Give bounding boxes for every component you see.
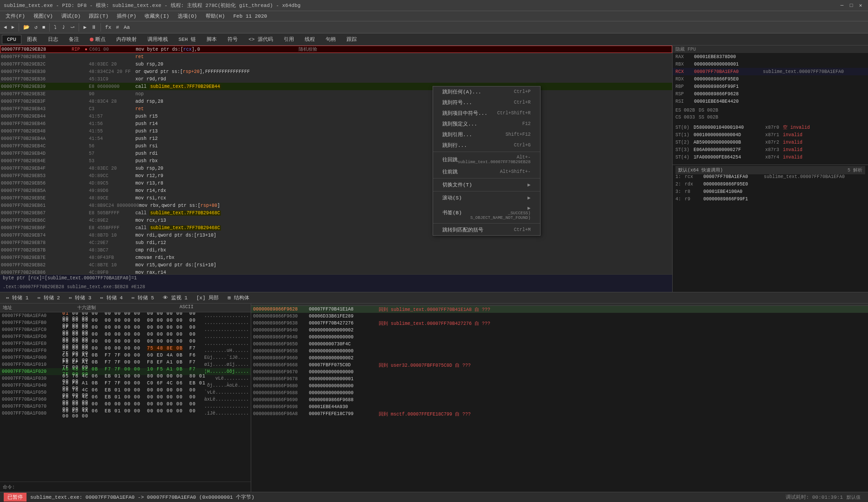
menu-favorites[interactable]: 收藏夹(I) xyxy=(141,12,173,20)
stack-row-15[interactable]: 00000089866F9698 00001EBE44A930 xyxy=(251,403,868,410)
ctx-matching-bracket[interactable]: 跳转到匹配的括号Ctrl+M xyxy=(433,225,540,235)
tab-threads[interactable]: 线程 xyxy=(300,34,320,45)
stack-row-11[interactable]: 00000089866F9678 0000000000000001 xyxy=(251,376,868,383)
stack-tab-locals[interactable]: [x] 局部 xyxy=(192,293,223,303)
disasm-row-push-r12[interactable]: 00007FF70B29EB4A 41:54 push r12 xyxy=(0,135,672,142)
ctx-goto-any[interactable]: 跳到任何(A)...Ctrl+P xyxy=(433,86,540,97)
disasm-row-push-rbx[interactable]: 00007FF70B29EB4E 53 push rbx xyxy=(0,157,672,165)
disasm-row-mov8[interactable]: 00007FF70B29EB82 4C:8B7E 10 mov r15,qwor… xyxy=(0,261,672,269)
tab-log[interactable]: 日志 xyxy=(43,34,63,45)
disasm-row-mov7[interactable]: 00007FF70B29EB74 48:8B7D 10 mov rdi,qwor… xyxy=(0,231,672,239)
disasm-row-xor[interactable]: 00007FF70B29EB36 45:31C9 xor r9d,r9d xyxy=(0,75,672,83)
stack-row-4[interactable]: 00000089866F9640 0000000000000002 xyxy=(251,327,868,334)
stack-row-8[interactable]: 00000089866F9660 0000000000000002 xyxy=(251,355,868,362)
tab-seh[interactable]: SEH 链 xyxy=(174,34,201,45)
menu-debug[interactable]: 调试(D) xyxy=(58,12,85,20)
reg-row-rsi[interactable]: RSI 00001EBE64BE4420 xyxy=(673,98,868,105)
ctx-bookmark[interactable]: 书签(B) ▶ _SUCCESS)S_OBJECT_NAME_NOT_FOUND… xyxy=(433,203,540,222)
tab-notes[interactable]: 备注 xyxy=(64,34,84,45)
ctx-forward[interactable]: 往前跳Alt+Shift+- xyxy=(433,166,540,177)
quick-row-1[interactable]: 1: rcx 00007FF70BA1EFA0 sublime_text.000… xyxy=(675,174,865,182)
stack-row-6[interactable]: 00000089866F9650 000000000730F4C xyxy=(251,341,868,348)
stack-tab-dump3[interactable]: ⇔ 转储 3 xyxy=(65,293,95,303)
reg-row-rdx[interactable]: RDX 00000089866F95E0 xyxy=(673,75,868,83)
disasm-row-cmovae[interactable]: 00007FF70B29EB7E 48:0F43FB cmovae rdi,rb… xyxy=(0,254,672,261)
disasm-row-push-r15[interactable]: 00007FF70B29EB44 41:57 push r15 xyxy=(0,112,672,120)
tb-stop[interactable]: ■ xyxy=(40,24,47,31)
disasm-row-add[interactable]: 00007FF70B29EB3F 48:83C4 28 add rsp,28 xyxy=(0,98,672,105)
ctx-goto-line[interactable]: 跳到行...Ctrl+G xyxy=(433,140,540,151)
disasm-row-sub2[interactable]: 00007FF70B29EB4F 48:83EC 20 sub rsp,20 xyxy=(0,165,672,172)
tab-breakpoints[interactable]: 断点 xyxy=(85,34,111,45)
stack-row-2[interactable]: 00000089866F9630 00006D33B61FE289 xyxy=(251,313,868,320)
quick-row-4[interactable]: 4: r9 00000089866F99F1 xyxy=(675,197,865,204)
tab-references[interactable]: 引用 xyxy=(279,34,299,45)
close-button[interactable]: ✕ xyxy=(857,2,864,9)
disasm-row-call1[interactable]: 00007FF70B29EB39 E8 06000000 call sublim… xyxy=(0,83,672,90)
stack-tab-dump4[interactable]: ⇔ 转储 4 xyxy=(96,293,127,303)
stack-row-9[interactable]: 00000089866F9668 00007FBFF075C0D 回到 user… xyxy=(251,362,868,369)
st1-row[interactable]: ST(1) 0001000000000004D x87r1 invalid xyxy=(673,131,868,139)
menu-trace[interactable]: 跟踪(T) xyxy=(85,12,112,20)
disasm-row-mov4[interactable]: 00007FF70B29EB5E 48:89CE mov rsi,rcx xyxy=(0,194,672,202)
st4-row[interactable]: ST(4) 1FA000000FE864254 x87r4 invalid xyxy=(673,153,868,161)
disasm-row-mov6[interactable]: 00007FF70B29EB6C 4C:89E2 mov rcx,r13 xyxy=(0,217,672,224)
stack-row-13[interactable]: 00000089866F9688 0000000000000000 xyxy=(251,390,868,396)
menu-file[interactable]: 文件(F) xyxy=(2,12,29,20)
ctx-goto-project-symbol[interactable]: 跳到项目中符号...Ctrl+Shift+R xyxy=(433,108,540,119)
disasm-row-call3[interactable]: 00007FF70B29EB6F E8 455BFFFF call sublim… xyxy=(0,224,672,231)
tab-memmap[interactable]: 内存映射 xyxy=(111,34,142,45)
stack-row-12[interactable]: 00000089866F9680 0000000000000000 xyxy=(251,383,868,390)
tb-hash[interactable]: # xyxy=(114,24,121,31)
reg-row-rcx[interactable]: RCX 00007FF70BA1EFA0 sublime_text.00007F… xyxy=(673,68,868,75)
tb-step-into[interactable]: ⤵ xyxy=(52,23,59,31)
menu-view[interactable]: 视图(V) xyxy=(30,12,57,20)
disasm-row-push-rsi[interactable]: 00007FF70B29EB4C 56 push rsi xyxy=(0,142,672,150)
stack-row-14[interactable]: 00000089866F9690 00000089866F9688 xyxy=(251,396,868,403)
tab-graph[interactable]: 图表 xyxy=(22,34,42,45)
disasm-row-ret2[interactable]: 00007FF70B29EB43 C3 ret xyxy=(0,105,672,112)
tb-restart[interactable]: ↺ xyxy=(33,23,40,31)
stack-tab-dump1[interactable]: ⇔ 转储 1 xyxy=(2,293,33,303)
tb-back[interactable]: ◄ xyxy=(2,24,9,31)
stack-row-5[interactable]: 00000089866F9648 0000000000000000 xyxy=(251,334,868,341)
disasm-row-push-r13[interactable]: 00007FF70B29EB48 41:55 push r13 xyxy=(0,127,672,135)
tb-pause[interactable]: ⏸ xyxy=(89,23,98,31)
tb-forward[interactable]: ► xyxy=(10,24,17,31)
stack-tab-dump5[interactable]: ⇔ 转储 5 xyxy=(127,293,158,303)
disasm-row-ret1[interactable]: 00007FF70B29EB2B ret xyxy=(0,53,672,60)
ctx-back[interactable]: 往回跳 Alt+- sublime_text.00007FF70B29EB28 xyxy=(433,153,540,166)
quick-row-3[interactable]: 3: r8 00001EBE4100A0 xyxy=(675,189,865,197)
ctx-goto-predefined[interactable]: 跳到预定义...F12 xyxy=(433,119,540,129)
ctx-goto-reference[interactable]: 跳到引用...Shift+F12 xyxy=(433,129,540,140)
tb-step-over[interactable]: ⤸ xyxy=(60,23,67,31)
disasm-row-mov9[interactable]: 00007FF70B29EB86 4C:89F0 mov rax,r14 xyxy=(0,269,672,274)
stack-tab-watch[interactable]: 👁 监视 1 xyxy=(159,293,192,303)
disasm-wrapper[interactable]: 00007FF70B29EB28 RIP ● C601 00 mov byte … xyxy=(0,46,672,274)
disasm-row-sub1[interactable]: 00007FF70B29EB2C 48:03EC 20 sub rsp,20 xyxy=(0,60,672,68)
disasm-row-sub3[interactable]: 00007FF70B29EB78 4C:29E7 sub rdi,r12 xyxy=(0,239,672,246)
tab-handles[interactable]: 句柄 xyxy=(320,34,341,45)
tab-script[interactable]: 脚本 xyxy=(201,34,222,45)
quick-row-2[interactable]: 2: rdx 00000089866F95E0 xyxy=(675,182,865,189)
tab-callstack[interactable]: 调用堆栈 xyxy=(142,34,173,45)
disasm-row-push-rdi[interactable]: 00007FF70B29EB4D 57 push rdi xyxy=(0,150,672,157)
disasm-row-rip[interactable]: 00007FF70B29EB28 RIP ● C601 00 mov byte … xyxy=(0,46,672,53)
tb-run[interactable]: ▶ xyxy=(81,23,88,31)
tab-symbols[interactable]: 符号 xyxy=(222,34,243,45)
stack-rows[interactable]: 00000089866F9628 00007FF70B41E1A8 回到 sub… xyxy=(251,306,868,492)
disasm-row-nop[interactable]: 00007FF70B29EB3E 90 nop xyxy=(0,90,672,98)
disasm-row-mov5[interactable]: 00007FF70B29EB61 48:8B9C24 80000000 mov … xyxy=(0,202,672,209)
st0-row[interactable]: ST(0) D58000001040001040 x87r0 空 invalid xyxy=(673,124,868,131)
minimize-button[interactable]: ─ xyxy=(838,2,846,9)
tab-cpu[interactable]: CPU xyxy=(2,35,21,44)
tb-Aa[interactable]: Aa xyxy=(122,24,132,31)
disasm-row-push-r14[interactable]: 00007FF70B29EB46 41:56 push r14 xyxy=(0,120,672,127)
disasm-row-cmp1[interactable]: 00007FF70B29EB7B 48:3BC7 cmp rdi,rbx xyxy=(0,246,672,254)
tab-trace[interactable]: 跟踪 xyxy=(341,34,362,45)
tb-step-out[interactable]: ⤻ xyxy=(68,23,76,31)
dump-row[interactable]: 00007FF70BA1F080 80 ED 4A 06 EB 01 00 00… xyxy=(0,410,251,417)
disasm-row-call2[interactable]: 00007FF70B29EB67 E8 505BFFFF call sublim… xyxy=(0,209,672,217)
tb-open[interactable]: 📂 xyxy=(21,23,32,31)
menu-help[interactable]: 帮助(H) xyxy=(202,12,229,20)
